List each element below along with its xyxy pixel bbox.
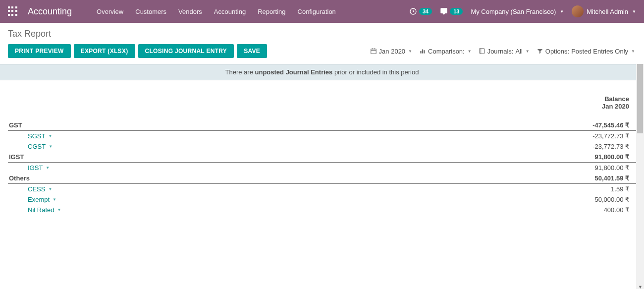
- journals-filter-value: All: [515, 48, 522, 55]
- export-xlsx-button[interactable]: EXPORT (XLSX): [74, 44, 135, 58]
- chat-icon: [440, 7, 448, 15]
- scrollbar-thumb[interactable]: [637, 64, 643, 133]
- message-count: 13: [450, 8, 463, 15]
- row-exempt: Exempt▼ 50,000.00 ₹: [8, 194, 636, 205]
- date-filter[interactable]: Jan 2020 ▼: [369, 46, 413, 57]
- banner-suffix: prior or included in this period: [332, 68, 419, 76]
- page-title: Tax Report: [8, 29, 636, 39]
- row-balance: 1.59 ₹: [611, 185, 629, 193]
- group-label: GST: [9, 121, 22, 129]
- row-balance: 50,000.00 ₹: [595, 196, 629, 203]
- chevron-down-icon: ▼: [468, 49, 472, 54]
- svg-rect-1: [371, 49, 376, 54]
- chevron-down-icon: ▼: [46, 166, 50, 170]
- user-menu[interactable]: Mitchell Admin ▼: [572, 5, 636, 17]
- options-filter-label: Options:: [545, 48, 569, 55]
- row-link-cess[interactable]: CESS▼: [28, 185, 52, 193]
- row-sgst: SGST▼ -23,772.73 ₹: [8, 131, 636, 141]
- filter-icon: [537, 48, 543, 55]
- group-row-igst: IGST 91,800.00 ₹: [8, 152, 636, 163]
- options-filter[interactable]: Options: Posted Entries Only ▼: [536, 46, 636, 57]
- group-balance: -47,545.46 ₹: [592, 121, 629, 129]
- group-balance: 91,800.00 ₹: [595, 153, 629, 161]
- chevron-down-icon: ▼: [53, 197, 56, 202]
- group-label: Others: [9, 174, 30, 182]
- row-balance: 91,800.00 ₹: [595, 164, 629, 172]
- clock-icon: [409, 7, 417, 15]
- chevron-down-icon: ▼: [632, 9, 636, 14]
- chevron-down-icon: ▼: [408, 49, 412, 54]
- row-balance: 400.00 ₹: [604, 206, 629, 214]
- activity-indicator[interactable]: 34: [409, 7, 432, 15]
- row-link-exempt[interactable]: Exempt▼: [28, 196, 56, 203]
- period-header: Jan 2020: [8, 103, 629, 110]
- chevron-down-icon: ▼: [526, 49, 530, 54]
- book-icon: [479, 48, 485, 55]
- comparison-filter[interactable]: Comparison: ▼: [418, 46, 473, 57]
- banner-bold: unposted Journal Entries: [255, 68, 333, 76]
- company-name: My Company (San Francisco): [471, 8, 556, 15]
- balance-header: Balance: [8, 95, 629, 103]
- row-link-igst[interactable]: IGST▼: [28, 164, 50, 172]
- activity-count: 34: [419, 8, 432, 15]
- row-cess: CESS▼ 1.59 ₹: [8, 184, 636, 194]
- chevron-down-icon: ▼: [560, 9, 564, 14]
- group-label: IGST: [9, 153, 24, 161]
- nav-vendors[interactable]: Vendors: [173, 5, 207, 18]
- date-filter-value: Jan 2020: [379, 48, 406, 55]
- nav-reporting[interactable]: Reporting: [253, 5, 290, 18]
- banner-prefix: There are: [225, 68, 255, 76]
- avatar: [572, 5, 584, 17]
- svg-rect-6: [422, 50, 423, 54]
- chevron-down-icon: ▼: [631, 49, 635, 54]
- journals-filter[interactable]: Journals: All ▼: [478, 46, 531, 57]
- svg-rect-7: [424, 50, 425, 53]
- journals-filter-label: Journals:: [487, 48, 514, 55]
- row-igst: IGST▼ 91,800.00 ₹: [8, 163, 636, 173]
- nav-accounting[interactable]: Accounting: [209, 5, 251, 18]
- row-link-nil-rated[interactable]: Nil Rated▼: [28, 206, 61, 214]
- comparison-filter-label: Comparison:: [428, 48, 465, 55]
- chevron-down-icon: ▼: [49, 144, 53, 149]
- row-balance: -23,772.73 ₹: [592, 132, 629, 140]
- group-row-gst: GST -47,545.46 ₹: [8, 120, 636, 131]
- nav-configuration[interactable]: Configuration: [293, 5, 341, 18]
- row-nil-rated: Nil Rated▼ 400.00 ₹: [8, 205, 636, 215]
- group-balance: 50,401.59 ₹: [595, 174, 629, 182]
- scrollbar[interactable]: ▼: [636, 64, 644, 289]
- chevron-down-icon: ▼: [48, 187, 52, 191]
- chevron-down-icon: ▼: [57, 208, 61, 212]
- chevron-down-icon: ▼: [48, 134, 52, 138]
- closing-journal-entry-button[interactable]: CLOSING JOURNAL ENTRY: [138, 44, 234, 58]
- bar-chart-icon: [419, 48, 426, 55]
- row-link-cgst[interactable]: CGST▼: [28, 143, 53, 150]
- scrollbar-down-arrow[interactable]: ▼: [638, 285, 643, 289]
- save-button[interactable]: SAVE: [237, 44, 267, 58]
- calendar-icon: [370, 48, 377, 55]
- group-row-others: Others 50,401.59 ₹: [8, 173, 636, 184]
- app-brand[interactable]: Accounting: [28, 6, 72, 17]
- nav-customers[interactable]: Customers: [130, 5, 171, 18]
- unposted-entries-banner: There are unposted Journal Entries prior…: [0, 64, 644, 80]
- user-name: Mitchell Admin: [587, 8, 628, 15]
- nav-overview[interactable]: Overview: [92, 5, 128, 18]
- company-selector[interactable]: My Company (San Francisco) ▼: [471, 8, 564, 15]
- options-filter-value: Posted Entries Only: [571, 48, 628, 55]
- svg-rect-5: [420, 51, 421, 54]
- print-preview-button[interactable]: PRINT PREVIEW: [8, 44, 71, 58]
- row-balance: -23,772.73 ₹: [592, 143, 629, 150]
- messages-indicator[interactable]: 13: [440, 7, 463, 15]
- apps-icon[interactable]: [8, 6, 18, 16]
- column-header: Balance Jan 2020: [8, 95, 636, 110]
- row-cgst: CGST▼ -23,772.73 ₹: [8, 141, 636, 152]
- row-link-sgst[interactable]: SGST▼: [28, 132, 52, 140]
